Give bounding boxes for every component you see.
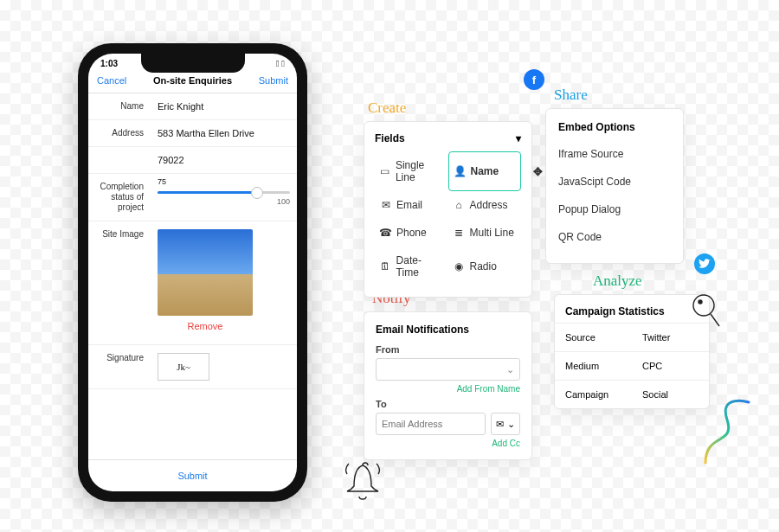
magnify-doodle bbox=[688, 290, 726, 335]
squiggle-doodle bbox=[701, 398, 753, 467]
phone-frame: 1:03 􀙇 􀛨 Cancel On-site Enquiries Submit… bbox=[78, 43, 307, 502]
completion-label: Completion status of project bbox=[88, 174, 151, 221]
section-create: Create bbox=[368, 99, 406, 117]
chevron-down-icon: ⌄ bbox=[506, 364, 514, 375]
add-from-name-link[interactable]: Add From Name bbox=[376, 384, 520, 394]
add-cc-link[interactable]: Add Cc bbox=[376, 439, 520, 448]
stat-key: Source bbox=[555, 324, 632, 351]
fields-card: Fields ▾ ▭Single Line 👤Name✥ ✉Email ⌂Add… bbox=[364, 121, 532, 298]
zip-label bbox=[88, 147, 151, 173]
form-body: Name Eric Knight Address 583 Martha Elle… bbox=[88, 93, 297, 459]
field-multi-line[interactable]: ≣Multi Line bbox=[448, 219, 522, 247]
site-image[interactable] bbox=[158, 229, 253, 316]
page-title: On-site Enquiries bbox=[153, 75, 232, 86]
notify-title: Email Notifications bbox=[376, 324, 520, 336]
completion-slider[interactable] bbox=[158, 191, 290, 194]
field-label: Multi Line bbox=[470, 227, 514, 239]
email-type-select[interactable]: ✉ ⌄ bbox=[491, 413, 520, 435]
status-icons: 􀙇 􀛨 bbox=[276, 59, 285, 68]
share-card: Embed Options Iframe Source JavaScipt Co… bbox=[545, 108, 684, 264]
notify-card: Email Notifications From ⌄ Add From Name… bbox=[364, 311, 532, 460]
stat-val: Social bbox=[632, 381, 709, 408]
slider-value: 75 bbox=[158, 177, 166, 186]
slider-max: 100 bbox=[277, 197, 290, 206]
analyze-title: Campaign Statistics bbox=[555, 295, 709, 323]
svg-point-0 bbox=[693, 295, 714, 316]
stats-table: SourceTwitter MediumCPC CampaignSocial bbox=[555, 323, 709, 408]
field-email[interactable]: ✉Email bbox=[375, 191, 448, 219]
table-row: SourceTwitter bbox=[555, 323, 709, 351]
field-date-time[interactable]: 🗓Date-Time bbox=[375, 247, 448, 286]
clock: 1:03 bbox=[100, 59, 118, 68]
facebook-icon[interactable]: f bbox=[524, 69, 544, 90]
signature-label: Signature bbox=[88, 345, 151, 388]
siteimg-cell: Remove bbox=[151, 221, 297, 344]
opt-popup[interactable]: Popup Dialog bbox=[558, 195, 671, 223]
address-label: Address bbox=[88, 120, 151, 146]
section-analyze: Analyze bbox=[593, 272, 642, 290]
address-field[interactable]: 583 Martha Ellen Drive bbox=[151, 120, 297, 146]
cancel-button[interactable]: Cancel bbox=[97, 75, 126, 86]
field-single-line[interactable]: ▭Single Line bbox=[375, 151, 448, 191]
opt-iframe[interactable]: Iframe Source bbox=[558, 140, 671, 168]
phone-notch bbox=[141, 54, 245, 73]
share-title: Embed Options bbox=[558, 121, 671, 133]
to-label: To bbox=[376, 399, 520, 409]
remove-image-button[interactable]: Remove bbox=[158, 316, 253, 337]
stat-key: Medium bbox=[555, 352, 632, 380]
field-label: Address bbox=[470, 199, 508, 211]
caret-down-icon[interactable]: ▾ bbox=[516, 132, 521, 144]
field-address[interactable]: ⌂Address bbox=[448, 191, 522, 219]
from-select[interactable]: ⌄ bbox=[376, 358, 520, 381]
fields-title: Fields bbox=[375, 132, 405, 144]
svg-point-1 bbox=[699, 300, 702, 304]
from-label: From bbox=[376, 344, 520, 355]
signature-cell: Jk~ bbox=[151, 345, 297, 388]
field-radio[interactable]: ◉Radio bbox=[448, 247, 522, 286]
opt-js[interactable]: JavaScipt Code bbox=[558, 168, 671, 195]
single-line-icon: ▭ bbox=[380, 166, 390, 177]
address-icon: ⌂ bbox=[454, 200, 465, 211]
name-label: Name bbox=[88, 93, 151, 119]
field-label: Date-Time bbox=[396, 254, 443, 279]
submit-button-top[interactable]: Submit bbox=[259, 75, 288, 86]
analyze-card: Campaign Statistics SourceTwitter Medium… bbox=[554, 294, 710, 409]
completion-slider-wrap: 75 100 bbox=[151, 174, 297, 221]
move-icon[interactable]: ✥ bbox=[533, 165, 543, 178]
field-name[interactable]: 👤Name✥ bbox=[448, 151, 522, 191]
name-field[interactable]: Eric Knight bbox=[151, 93, 297, 119]
field-label: Single Line bbox=[396, 159, 443, 183]
section-share: Share bbox=[554, 87, 588, 104]
mail-icon: ✉ bbox=[380, 200, 391, 211]
radio-icon: ◉ bbox=[454, 261, 465, 272]
field-phone[interactable]: ☎Phone bbox=[375, 219, 448, 247]
phone-screen: 1:03 􀙇 􀛨 Cancel On-site Enquiries Submit… bbox=[88, 54, 297, 491]
bell-doodle bbox=[342, 458, 383, 510]
twitter-icon[interactable] bbox=[694, 253, 715, 274]
multiline-icon: ≣ bbox=[454, 228, 465, 239]
stat-val: CPC bbox=[632, 352, 709, 380]
opt-qr[interactable]: QR Code bbox=[558, 223, 671, 251]
person-icon: 👤 bbox=[454, 166, 466, 177]
phone-icon: ☎ bbox=[380, 228, 391, 239]
siteimg-label: Site Image bbox=[88, 221, 151, 344]
to-email-input[interactable] bbox=[376, 413, 486, 435]
table-row: CampaignSocial bbox=[555, 380, 709, 408]
field-label: Radio bbox=[470, 260, 497, 272]
stat-key: Campaign bbox=[555, 381, 632, 408]
zip-field[interactable]: 79022 bbox=[151, 147, 297, 173]
table-row: MediumCPC bbox=[555, 351, 709, 380]
field-label: Email bbox=[396, 199, 422, 211]
signature-box[interactable]: Jk~ bbox=[158, 353, 209, 381]
field-label: Name bbox=[471, 165, 499, 177]
field-label: Phone bbox=[396, 227, 427, 239]
submit-button-bottom[interactable]: Submit bbox=[88, 459, 297, 491]
calendar-icon: 🗓 bbox=[380, 261, 391, 272]
